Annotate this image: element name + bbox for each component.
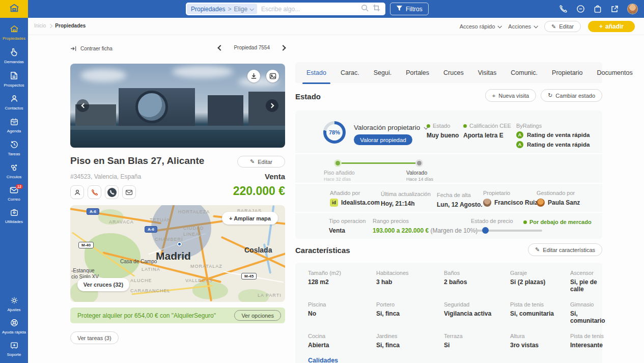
sidebar-item-soporte[interactable]: Soporte [0,339,28,361]
sidebar-item-propiedades[interactable]: Propiedades [0,22,28,45]
email-button[interactable] [122,185,136,199]
tab-estado[interactable]: Estado [299,62,333,83]
breadcrumb-chevron-icon [48,23,52,27]
view-tasks-button[interactable]: Ver tareas (3) [70,331,119,344]
breadcrumb-current[interactable]: Propiedades [55,23,86,29]
breadcrumb-home[interactable]: Inicio [34,23,46,29]
status-value: Muy bueno [427,132,459,139]
whatsapp-button[interactable] [105,185,119,199]
timeline-panel: Piso añadido Hace 32 días Valorado Hace … [295,154,602,184]
gallery-button[interactable] [266,70,279,82]
carousel-next-button[interactable] [266,99,278,112]
tab-cruces[interactable]: Cruces [436,62,471,83]
timeline-step-label: Piso añadido [324,170,355,176]
search-context-chip[interactable]: Propiedades > Elige [187,4,257,14]
sidebar-item-label: Contactos [5,106,23,111]
sidebar-item-prospectos[interactable]: Prospectos [0,68,28,92]
property-title: Piso en San Blas 27, Alicante [70,155,204,166]
manager-avatar [537,199,545,207]
new-visit-button[interactable]: + Nueva visita [485,89,536,102]
collapse-card-button[interactable]: Contraer ficha [70,46,113,51]
valuation-dropdown[interactable]: Valoración propietario [354,124,427,131]
download-photo-button[interactable] [247,70,260,82]
app-logo[interactable] [0,0,28,18]
city-label: Madrid [156,250,191,262]
call-button[interactable] [88,185,101,199]
search-icon[interactable] [361,4,369,14]
sidebar-item-label: Correo [8,198,20,202]
sidebar-nav: Propiedades Demandas Prospectos Contacto… [0,18,28,363]
edit-property-button[interactable]: ✎ Editar [237,156,285,167]
tab-propietario[interactable]: Propietario [545,62,590,83]
valuation-panel: 78% Valoración propietario Valorar propi… [295,110,602,154]
timeline-step-ago: Hace 32 días [324,177,355,182]
quick-access-dropdown[interactable]: Acceso rápido [460,23,501,30]
edit-caracteristicas-button[interactable]: ✎ Editar características [528,243,602,256]
price-state-slider[interactable] [471,230,542,232]
sidebar-item-label: Ajustes [7,308,20,313]
sidebar-item-utilidades[interactable]: Utilidades [0,205,28,228]
actions-dropdown[interactable]: Acciones [508,23,537,30]
expand-map-button[interactable]: + Ampliar mapa [222,212,278,225]
banner-options-button[interactable]: Ver opciones [234,310,281,321]
rating-text: Rating de venta rápida [527,132,590,138]
tab-caracteristicas[interactable]: Carac. [333,62,367,83]
sidebar-item-ajustes[interactable]: Ajustes [0,293,28,316]
filters-button[interactable]: Filtros [390,3,429,15]
edit-property-label: Editar [258,159,272,165]
district-label: ARAVACA [109,219,134,225]
tab-portales[interactable]: Portales [399,62,436,83]
user-avatar[interactable] [627,4,638,14]
chat-icon[interactable] [576,5,585,13]
sidebar-item-agenda[interactable]: Agenda [0,115,28,137]
collapse-icon [70,46,76,51]
search-input[interactable] [257,6,361,13]
sidebar-item-circulos[interactable]: Círculos [0,160,28,183]
managed-by-field: Gestionado por Paula Sanz [537,190,580,207]
sidebar-item-tareas[interactable]: Tareas [0,137,28,160]
unread-count-badge: 12 [16,184,23,189]
sidebar-item-label: Ayuda rápida [2,330,26,335]
price-state-field: Estado de precio [471,218,513,224]
support-plus-icon [10,342,18,351]
external-link-icon[interactable] [610,5,619,13]
price-state-label: Estado de precio [471,218,513,224]
prev-property-button[interactable] [218,45,223,50]
timeline-line [339,162,421,164]
sidebar-item-contactos[interactable]: Contactos [0,91,28,115]
change-state-button[interactable]: ↻ Cambiar estado [541,89,602,102]
view-crosses-button[interactable]: Ver cruces (32) [77,278,129,291]
phone-icon[interactable] [559,5,568,13]
carousel-prev-button[interactable] [76,99,89,112]
feature-ascensor: AscensorSi, pie de calle [570,270,605,293]
chevron-down-icon [534,24,538,28]
map-widget[interactable]: A-6 HORTALEZA BARAJAS ARAVACA TETUÁN A-6… [70,205,285,302]
pricing-panel: Tipo operacion Venta Rango precios 193.0… [295,213,602,239]
slider-knob[interactable] [482,227,489,234]
operation-type-value: Venta [329,227,366,234]
feature-tamano: Tamaño (m2)128 m2 [308,270,376,293]
gear-icon [10,296,18,306]
refresh-icon: ↻ [548,92,552,99]
contact-person-button[interactable] [70,185,84,199]
timeline-step: Piso añadido Hace 32 días [324,170,355,182]
town-label: Coslada [244,246,272,254]
next-property-button[interactable] [280,45,286,50]
bag-icon[interactable] [594,5,602,13]
district-label: TETUÁN [150,217,171,222]
sidebar-item-ayuda-rapida[interactable]: Ayuda rápida [0,316,28,339]
sidebar-item-correo[interactable]: 12 Correo [0,183,28,206]
valuate-property-button[interactable]: Valorar propiedad [354,134,412,145]
filters-label: Filtros [406,6,423,13]
place-label: -Estanque [71,268,95,273]
hand-icon [10,48,18,59]
sidebar-item-demandas[interactable]: Demandas [0,45,28,68]
tab-seguimiento[interactable]: Segui. [367,62,399,83]
crop-select-icon[interactable] [373,4,380,14]
add-button[interactable]: + añadir [588,21,635,32]
tab-comunicaciones[interactable]: Comunic. [503,62,545,83]
tab-documentos[interactable]: Documentos [590,62,640,83]
market-status-badge: Por debajo de mercado [523,219,592,225]
edit-button[interactable]: ✎ Editar [544,21,581,32]
tab-visitas[interactable]: Visitas [471,62,504,83]
